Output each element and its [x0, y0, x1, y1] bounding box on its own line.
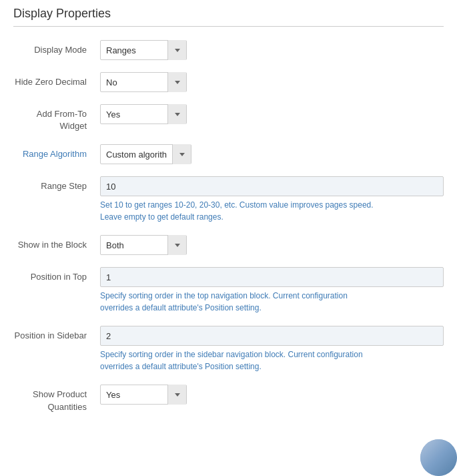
hide-zero-decimal-row: Hide Zero Decimal No [13, 72, 444, 92]
hide-zero-decimal-select[interactable]: No [100, 72, 187, 92]
show-in-block-control: Both [100, 235, 444, 255]
position-in-top-help-line1: Specify sorting order in the top navigat… [100, 291, 348, 300]
position-in-sidebar-help-line2: overrides a default attribute's Position… [100, 362, 262, 371]
show-product-quantities-value: Yes [101, 387, 167, 403]
hide-zero-decimal-arrow[interactable] [167, 72, 186, 92]
show-in-block-arrow[interactable] [167, 235, 186, 255]
position-in-sidebar-row: Position in Sidebar Specify sorting orde… [13, 326, 444, 373]
range-step-label: Range Step [13, 176, 100, 192]
hide-zero-decimal-value: No [101, 75, 167, 90]
display-mode-value: Ranges [101, 43, 167, 58]
position-in-top-label: Position in Top [13, 267, 100, 283]
add-from-to-widget-select[interactable]: Yes [100, 104, 187, 124]
range-algorithm-value: Custom algorith [101, 147, 172, 162]
hide-zero-decimal-control: No [100, 72, 444, 92]
range-algorithm-arrow[interactable] [172, 144, 191, 164]
display-mode-select[interactable]: Ranges [100, 40, 187, 60]
show-product-quantities-arrow[interactable] [167, 385, 186, 405]
position-in-top-help: Specify sorting order in the top navigat… [100, 290, 444, 314]
range-step-help-line1: Set 10 to get ranges 10-20, 20-30, etc. … [100, 200, 374, 210]
range-step-help-line2: Leave empty to get default ranges. [100, 212, 223, 222]
hide-zero-decimal-label: Hide Zero Decimal [13, 72, 100, 88]
range-algorithm-select[interactable]: Custom algorith [100, 144, 191, 164]
range-algorithm-label: Range Algorithm [13, 144, 100, 160]
page-container: Display Properties Display Mode Ranges H… [0, 0, 457, 439]
display-mode-control: Ranges [100, 40, 444, 60]
range-algorithm-control: Custom algorith [100, 144, 444, 164]
display-mode-arrow[interactable] [167, 40, 186, 60]
range-step-row: Range Step Set 10 to get ranges 10-20, 2… [13, 176, 444, 223]
show-product-quantities-select[interactable]: Yes [100, 385, 187, 405]
add-from-to-widget-arrow[interactable] [167, 104, 186, 124]
position-in-top-row: Position in Top Specify sorting order in… [13, 267, 444, 314]
display-mode-label: Display Mode [13, 40, 100, 56]
range-step-help: Set 10 to get ranges 10-20, 20-30, etc. … [100, 199, 444, 223]
position-in-top-input[interactable] [100, 267, 444, 287]
position-in-sidebar-help-line1: Specify sorting order in the sidebar nav… [100, 350, 363, 359]
range-step-control: Set 10 to get ranges 10-20, 20-30, etc. … [100, 176, 444, 223]
position-in-sidebar-control: Specify sorting order in the sidebar nav… [100, 326, 444, 373]
add-from-to-widget-control: Yes [100, 104, 444, 124]
add-from-to-widget-value: Yes [101, 107, 167, 122]
position-in-top-control: Specify sorting order in the top navigat… [100, 267, 444, 314]
position-in-sidebar-label: Position in Sidebar [13, 326, 100, 342]
show-product-quantities-row: Show Product Quantities Yes [13, 385, 444, 413]
page-title: Display Properties [13, 7, 444, 27]
display-mode-row: Display Mode Ranges [13, 40, 444, 60]
show-in-block-select[interactable]: Both [100, 235, 187, 255]
avatar [420, 439, 457, 476]
range-step-input[interactable] [100, 176, 444, 196]
position-in-sidebar-help: Specify sorting order in the sidebar nav… [100, 348, 444, 373]
show-in-block-value: Both [101, 238, 167, 253]
range-algorithm-row: Range Algorithm Custom algorith [13, 144, 444, 164]
add-from-to-widget-label: Add From-To Widget [13, 104, 100, 132]
show-in-block-label: Show in the Block [13, 235, 100, 251]
add-from-to-widget-row: Add From-To Widget Yes [13, 104, 444, 132]
position-in-sidebar-input[interactable] [100, 326, 444, 346]
avatar-image [420, 439, 457, 476]
position-in-top-help-line2: overrides a default attribute's Position… [100, 303, 262, 312]
show-product-quantities-control: Yes [100, 385, 444, 405]
show-product-quantities-label: Show Product Quantities [13, 385, 100, 413]
show-in-block-row: Show in the Block Both [13, 235, 444, 255]
